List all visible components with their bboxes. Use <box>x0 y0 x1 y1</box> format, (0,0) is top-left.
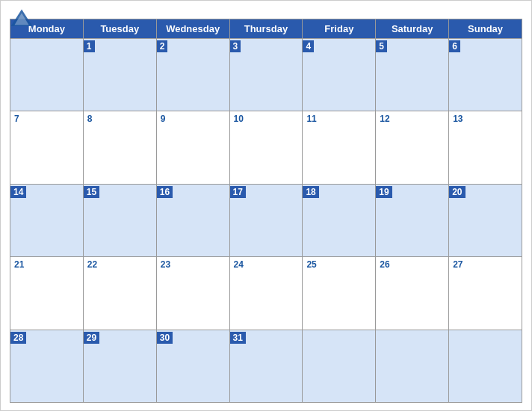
logo-area <box>10 8 35 29</box>
day-cell <box>449 330 522 403</box>
day-number: 18 <box>303 186 318 198</box>
day-cell: 1 <box>84 39 157 111</box>
day-cell: 3 <box>230 39 303 111</box>
day-cell <box>303 330 376 403</box>
day-cell: 16 <box>157 185 230 257</box>
day-cell: 24 <box>230 257 303 330</box>
day-header-friday: Friday <box>303 19 376 39</box>
day-cell: 22 <box>84 257 157 330</box>
day-number: 11 <box>303 111 375 126</box>
day-cell: 23 <box>157 257 230 330</box>
day-cell: 20 <box>449 185 522 257</box>
day-cell: 28 <box>10 330 84 403</box>
day-number: 27 <box>449 257 522 272</box>
day-cell: 12 <box>376 111 449 184</box>
day-cell: 17 <box>230 185 303 257</box>
day-number: 5 <box>376 40 387 52</box>
day-cell: 11 <box>303 111 376 184</box>
day-number: 30 <box>157 332 173 344</box>
day-number: 13 <box>449 111 522 126</box>
day-cell <box>376 330 449 403</box>
day-number: 12 <box>376 111 448 126</box>
day-cell: 30 <box>157 330 230 403</box>
calendar-weeks: 1234567891011121314151617181920212223242… <box>10 39 522 403</box>
day-cell: 5 <box>376 39 449 111</box>
day-header-thursday: Thursday <box>230 19 303 39</box>
day-cell: 2 <box>157 39 230 111</box>
day-number: 4 <box>303 40 314 52</box>
day-cell: 7 <box>10 111 84 184</box>
day-number: 16 <box>157 186 173 198</box>
day-cell: 13 <box>449 111 522 184</box>
week-row-2: 78910111213 <box>10 111 522 184</box>
day-number: 25 <box>303 257 375 272</box>
day-number: 20 <box>449 186 465 198</box>
day-number: 9 <box>157 111 229 126</box>
day-number: 7 <box>10 111 83 126</box>
day-cell: 4 <box>303 39 376 111</box>
day-number: 23 <box>157 257 229 272</box>
day-number: 21 <box>10 257 83 272</box>
week-row-3: 14151617181920 <box>10 185 522 257</box>
day-number: 6 <box>449 40 460 52</box>
day-cell: 6 <box>449 39 522 111</box>
day-number: 14 <box>10 186 26 198</box>
day-number: 15 <box>84 186 99 198</box>
day-number: 8 <box>84 111 156 126</box>
day-headers: MondayTuesdayWednesdayThursdayFridaySatu… <box>10 19 522 39</box>
week-row-5: 28293031 <box>10 330 522 403</box>
day-cell: 15 <box>84 185 157 257</box>
calendar: MondayTuesdayWednesdayThursdayFridaySatu… <box>0 0 532 411</box>
day-cell: 8 <box>84 111 157 184</box>
day-cell: 27 <box>449 257 522 330</box>
day-number: 29 <box>84 332 99 344</box>
day-header-saturday: Saturday <box>376 19 449 39</box>
day-number: 17 <box>230 186 246 198</box>
day-cell: 25 <box>303 257 376 330</box>
day-number: 26 <box>376 257 448 272</box>
day-cell <box>10 39 84 111</box>
logo-container <box>10 8 35 29</box>
week-row-4: 21222324252627 <box>10 257 522 330</box>
calendar-grid: MondayTuesdayWednesdayThursdayFridaySatu… <box>10 19 522 403</box>
day-cell: 31 <box>230 330 303 403</box>
day-header-wednesday: Wednesday <box>157 19 230 39</box>
day-header-sunday: Sunday <box>449 19 522 39</box>
day-number: 19 <box>376 186 392 198</box>
day-number: 1 <box>84 40 95 52</box>
day-cell: 18 <box>303 185 376 257</box>
week-row-1: 123456 <box>10 39 522 111</box>
day-cell: 10 <box>230 111 303 184</box>
day-number: 10 <box>230 111 303 126</box>
day-number: 3 <box>230 40 241 52</box>
day-number: 24 <box>230 257 303 272</box>
day-cell: 14 <box>10 185 84 257</box>
day-number: 22 <box>84 257 156 272</box>
day-number: 2 <box>157 40 168 52</box>
day-number: 28 <box>10 332 26 344</box>
day-header-tuesday: Tuesday <box>84 19 157 39</box>
day-cell: 9 <box>157 111 230 184</box>
day-cell: 29 <box>84 330 157 403</box>
day-cell: 21 <box>10 257 84 330</box>
generalblue-logo-icon <box>10 8 34 29</box>
day-cell: 19 <box>376 185 449 257</box>
day-number: 31 <box>230 332 246 344</box>
day-cell: 26 <box>376 257 449 330</box>
calendar-header <box>10 8 522 14</box>
